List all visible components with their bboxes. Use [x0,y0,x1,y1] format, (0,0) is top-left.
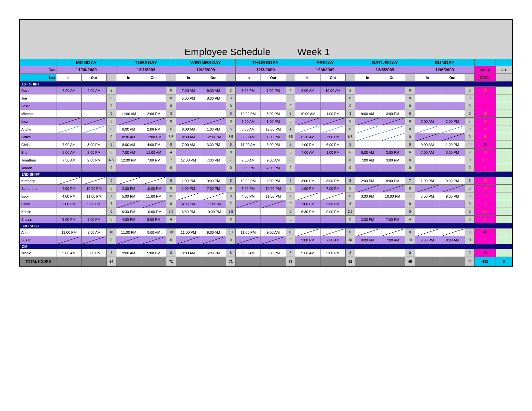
time-out [440,110,465,118]
time-in [355,94,380,102]
time-in: 9:00 AM [295,249,320,257]
time-in: 7:00 AM [415,118,440,125]
time-out [320,164,346,172]
time-in [56,236,82,244]
time-out [82,125,107,133]
time-in [56,164,82,172]
time-out [201,192,226,200]
time-out: 7:00 PM [261,87,286,94]
time-out: 5:00 PM [320,249,346,257]
time-label: Time [20,74,56,82]
time-out: 11:00 PM [261,192,286,200]
hours-cell: 7 [166,156,176,164]
time-in: 11:00 AM [236,141,261,149]
time-out: 8:00 PM [201,94,226,102]
time-out: 7:00 AM [320,236,346,244]
hours-cell: 7 [286,185,295,192]
time-out [82,164,107,172]
time-out: 2:00 PM [82,156,107,164]
time-in [355,229,380,236]
week-total: 2 [475,164,496,172]
time-in: 6:30 PM [116,208,141,216]
time-in [355,249,380,257]
employee-name: Carol [20,200,56,208]
hours-cell: 2.5 [345,208,355,216]
time-out [320,94,346,102]
grand-total: 432 [475,257,496,266]
hours-cell: 0 [465,110,475,118]
hours-cell: 0 [465,156,475,164]
hours-cell: 6 [226,185,236,192]
hours-cell: 0 [345,118,355,125]
section-header: 2ND SHIFT [20,172,512,177]
time-in [355,87,380,94]
hours-cell: 2 [286,164,295,172]
time-in [116,200,141,208]
hours-cell: 0 [405,249,415,257]
time-in [355,102,380,110]
time-out: 7:00 PM [380,216,405,223]
time-in: 9:00 AM [56,249,82,257]
hours-cell: 6 [106,149,116,156]
time-out: 9:00 PM [320,200,346,208]
time-out: 3:00 PM [320,133,346,141]
hours-cell: 0 [286,149,295,156]
time-out [320,125,346,133]
title-banner: Employee Schedule Week 1 [20,20,512,59]
day-header: THURSDAY [236,59,295,66]
hours-cell: 0 [405,229,415,236]
time-in: 1:00 PM [176,185,201,192]
week-total: 40 [475,249,496,257]
time-in [56,133,82,141]
time-out: 11:00 PM [141,192,166,200]
hours-cell: 4 [166,149,176,156]
employee-name: Inez [20,118,56,125]
ot-cell [496,216,512,223]
time-out [440,216,465,223]
time-in: 9:00 AM [355,110,380,118]
hours-cell: 3.5 [226,208,236,216]
in-header: In [176,74,201,82]
time-out [201,118,226,125]
time-in: 5:00 PM [56,216,82,223]
time-in: 9:00 PM [355,236,380,244]
hours-cell: 0 [166,94,176,102]
hours-cell: 6 [465,192,475,200]
time-in: 8:00 AM [355,149,380,156]
time-out: 2:00 PM [141,110,166,118]
week-total: 22 [475,200,496,208]
time-in: 4:00 PM [176,200,201,208]
hours-cell: 7 [405,177,415,185]
week-total: 10 [475,87,496,94]
time-out [380,118,405,125]
time-in: 7:00 AM [295,149,320,156]
ot-cell [496,164,512,172]
ot-cell [496,208,512,216]
time-in: 6:30 PM [295,208,320,216]
time-out [82,110,107,118]
ot-cell [496,118,512,125]
time-in [56,118,82,125]
ot-total: 0 [496,257,512,266]
hours-cell: 8 [405,156,415,164]
time-out [320,216,346,223]
time-in [355,208,380,216]
time-out: 9:00 PM [380,177,405,185]
employee-name: Joe [20,94,56,102]
time-out: 8:00 PM [141,216,166,223]
day-total: 44 [465,257,475,266]
time-out [82,177,107,185]
hours-cell: 0 [345,164,355,172]
section-header: GM [20,244,512,249]
hours-cell: 0 [106,118,116,125]
week-total: 30 [475,149,496,156]
time-out: 1:00 PM [320,149,346,156]
time-in [295,164,320,172]
time-out [320,102,346,110]
time-in [415,185,440,192]
in-header: In [415,74,440,82]
hours-cell: 4 [286,87,295,94]
week-total: 9.5 [475,208,496,216]
time-in [56,110,82,118]
time-out [440,249,465,257]
